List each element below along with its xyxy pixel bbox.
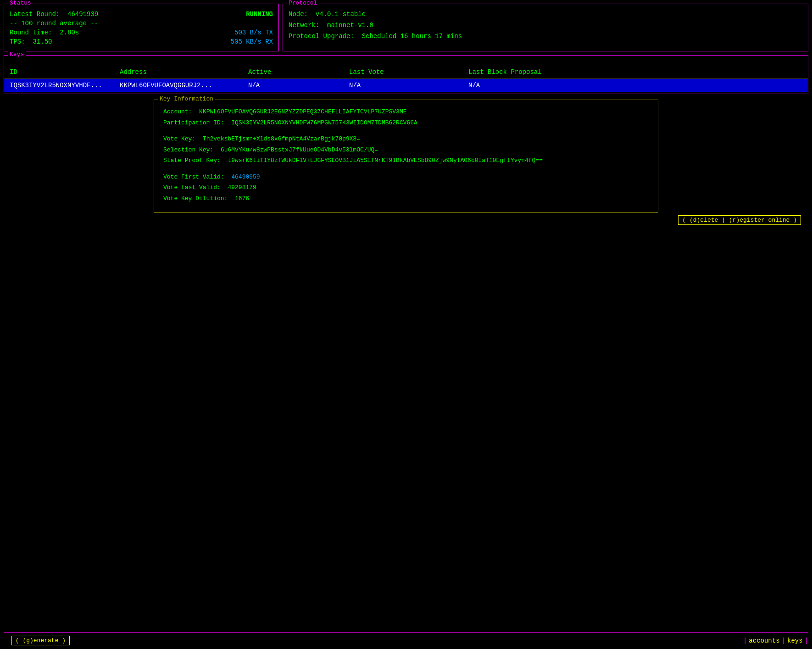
round-time: Round time: 2.80s [10,29,79,36]
node-label-value: Node: v4.0.1-stable [289,11,366,18]
account-line: Account: KKPWL6OFVUFOAVQGGURJ2EGNZYZZDPE… [163,107,649,117]
keys-panel-title: Keys [8,51,26,58]
key-info-title: Key Information [158,95,215,102]
round-time-tx-line: Round time: 2.80s 503 B/s TX [10,29,273,36]
key-info-panel: Key Information Account: KKPWL6OFVUFOAVQ… [154,100,658,213]
nav-buttons: | accounts | keys | [743,637,808,644]
upgrade-label-value: Protocol Upgrade: Scheduled 16 hours 17 … [289,33,462,40]
participation-id-line: Participation ID: IQSK3IYV2LR5NOXNYVHDFW… [163,118,649,128]
col-active: Active [243,66,344,79]
row-address: KKPWL6OFVUFOAVQGGURJ2... [114,79,243,92]
rx-rate: 505 KB/s RX [231,38,273,45]
accounts-nav[interactable]: accounts [749,637,779,644]
status-panel-title: Status [8,0,33,6]
col-address: Address [114,66,243,79]
status-panel: Status Latest Round: 46491939 RUNNING --… [4,4,279,51]
generate-button-area: ( (g)enerate ) [4,636,70,645]
row-active: N/A [243,79,344,92]
tps: TPS: 31.50 [10,38,52,45]
key-info-section: Key Information Account: KKPWL6OFVUFOAVQ… [4,100,808,213]
tx-rate: 503 B/s TX [234,29,273,36]
state-proof-key-line: State Proof Key: t9wsrK6tiT1Y8zfWUkDF1V+… [163,156,649,165]
bottom-bar: ( (g)enerate ) | accounts | keys | [4,632,808,645]
protocol-panel-title: Protocol [287,0,319,6]
generate-button[interactable]: ( (g)enerate ) [11,636,70,645]
row-last-block: N/A [463,79,808,92]
table-row[interactable]: IQSK3IYV2LR5NOXNYVHDF... KKPWL6OFVUFOAVQ… [4,79,808,92]
actions-line: ( (d)elete | (r)egister online ) [4,215,808,225]
keys-panel: Keys ID Address Active Last Vote Last Bl… [4,55,808,94]
selection-key-line: Selection Key: 6u6MvYKu/w8zwPBsstxJ7fkUu… [163,145,649,155]
top-row: Status Latest Round: 46491939 RUNNING --… [4,4,808,51]
status-latest-round-line: Latest Round: 46491939 RUNNING [10,11,273,18]
delete-register-button[interactable]: ( (d)elete | (r)egister online ) [678,215,801,225]
keys-table: ID Address Active Last Vote Last Block P… [4,66,808,92]
network-line: Network: mainnet-v1.0 [289,22,802,29]
keys-nav[interactable]: keys [787,637,803,644]
protocol-panel: Protocol Node: v4.0.1-stable Network: ma… [283,4,808,51]
col-id: ID [4,66,114,79]
vote-last-valid-line: Vote Last Valid: 49298179 [163,183,649,192]
round-avg-line: -- 100 round average -- [10,20,273,27]
col-last-block: Last Block Proposal [463,66,808,79]
main-container: Status Latest Round: 46491939 RUNNING --… [0,0,812,649]
running-badge: RUNNING [246,11,273,18]
vote-key-dilution-line: Vote Key Dilution: 1676 [163,194,649,203]
node-line: Node: v4.0.1-stable [289,11,802,18]
row-last-vote: N/A [344,79,463,92]
vote-key-line: Vote Key: Th2veksbETjsmn+Xlds8xGfmpNtA4V… [163,134,649,144]
network-label-value: Network: mainnet-v1.0 [289,22,373,29]
latest-round-label-value: Latest Round: 46491939 [10,11,98,18]
row-id: IQSK3IYV2LR5NOXNYVHDF... [4,79,114,92]
vote-first-valid-line: Vote First Valid: 46490959 [163,173,649,182]
col-last-vote: Last Vote [344,66,463,79]
upgrade-line: Protocol Upgrade: Scheduled 16 hours 17 … [289,33,802,40]
tps-rx-line: TPS: 31.50 505 KB/s RX [10,38,273,45]
